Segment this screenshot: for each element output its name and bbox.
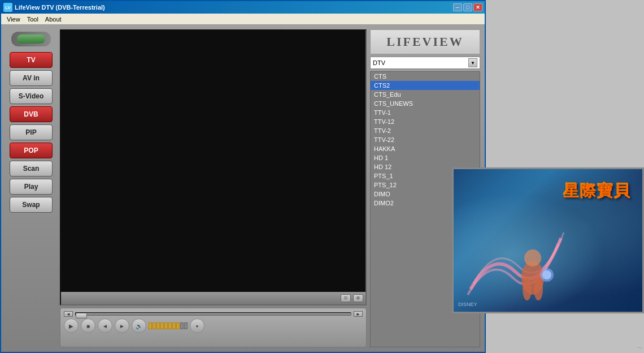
center-area: ⊡ ⊞ ◄ ► ▶ ■ ◄ ► <box>60 29 367 347</box>
channel-item-hakka[interactable]: HAKKA <box>371 144 480 153</box>
seek-forward-arrow[interactable]: ► <box>354 311 363 317</box>
record-button[interactable]: ● <box>190 318 204 333</box>
svg-point-1 <box>524 249 541 266</box>
pip-content: 星際寶貝 DISNEY <box>454 169 642 312</box>
window-title: LifeView DTV (DVB-Terrestrial) <box>15 4 105 11</box>
vol-seg-7 <box>172 322 176 329</box>
seek-thumb[interactable] <box>76 313 87 318</box>
vol-seg-5 <box>164 322 168 329</box>
channel-item-cts-unews[interactable]: CTS_UNEWS <box>371 99 480 108</box>
tv-button[interactable]: TV <box>10 52 53 68</box>
main-window: LV LifeView DTV (DVB-Terrestrial) ─ □ ✕ … <box>0 0 486 353</box>
pip-title-text: 星際寶貝 <box>563 180 631 202</box>
dropdown-value: DTV <box>373 59 385 66</box>
play-transport-button[interactable]: ▶ <box>64 318 79 333</box>
pip-button[interactable]: PIP <box>10 124 53 140</box>
video-controls-bar: ⊡ ⊞ <box>61 292 365 304</box>
vol-seg-10 <box>184 322 188 329</box>
av-in-button[interactable]: AV in <box>10 70 53 86</box>
left-panel: TV AV in S-Video DVB PIP POP Scan Play S… <box>6 29 56 347</box>
scan-button[interactable]: Scan <box>10 161 53 176</box>
button-group: TV AV in S-Video DVB PIP POP Scan Play S… <box>10 52 53 213</box>
channel-item-hd1[interactable]: HD 1 <box>371 153 480 162</box>
svg-point-2 <box>523 278 532 300</box>
menu-bar: View Tool About <box>1 14 485 25</box>
close-button[interactable]: ✕ <box>473 3 482 11</box>
prev-transport-button[interactable]: ◄ <box>98 318 112 333</box>
menu-tool[interactable]: Tool <box>24 15 42 24</box>
channel-item-ttv22[interactable]: TTV-22 <box>371 135 480 144</box>
s-video-button[interactable]: S-Video <box>10 88 53 104</box>
lifeview-header: LIFEVIEW <box>370 29 480 54</box>
logo-area <box>11 32 51 46</box>
video-screen[interactable] <box>61 31 365 292</box>
vol-seg-3 <box>156 322 160 329</box>
app-icon: LV <box>3 3 12 12</box>
title-buttons: ─ □ ✕ <box>453 3 482 11</box>
vol-seg-6 <box>168 322 172 329</box>
channel-item-cts[interactable]: CTS <box>371 72 480 81</box>
resize-handle[interactable]: ··· <box>637 345 642 351</box>
channel-item-ttv2[interactable]: TTV-2 <box>371 126 480 135</box>
transport-buttons: ▶ ■ ◄ ► 🔊 <box>64 318 363 333</box>
pip-logo: DISNEY <box>458 302 477 307</box>
vol-seg-8 <box>176 322 180 329</box>
vol-seg-4 <box>160 322 164 329</box>
channel-item-ttv1[interactable]: TTV-1 <box>371 108 480 117</box>
volume-bar <box>149 322 188 329</box>
volume-button[interactable]: 🔊 <box>132 318 146 333</box>
vol-seg-9 <box>180 322 184 329</box>
minimize-button[interactable]: ─ <box>453 3 462 11</box>
main-content: TV AV in S-Video DVB PIP POP Scan Play S… <box>1 25 485 352</box>
channel-item-ttv12[interactable]: TTV-12 <box>371 117 480 126</box>
menu-view[interactable]: View <box>3 15 24 24</box>
menu-about[interactable]: About <box>42 15 65 24</box>
seek-back-arrow[interactable]: ◄ <box>64 311 73 317</box>
dropdown-arrow-icon[interactable]: ▼ <box>468 58 477 67</box>
pip-thumbnail[interactable]: 星際寶貝 DISNEY <box>452 167 644 313</box>
swap-button[interactable]: Swap <box>10 197 53 213</box>
next-transport-button[interactable]: ► <box>115 318 129 333</box>
transport-area: ◄ ► ▶ ■ ◄ ► 🔊 <box>60 308 367 347</box>
svg-point-3 <box>534 278 543 300</box>
maximize-button[interactable]: □ <box>463 3 472 11</box>
stop-transport-button[interactable]: ■ <box>81 318 95 333</box>
pop-button[interactable]: POP <box>10 143 53 158</box>
seek-track[interactable] <box>75 312 351 316</box>
channel-item-cts-edu[interactable]: CTS_Edu <box>371 90 480 99</box>
lifeview-brand: LIFEVIEW <box>386 35 463 49</box>
seek-bar: ◄ ► <box>64 311 363 317</box>
vol-seg-1 <box>149 322 152 329</box>
channel-dropdown[interactable]: DTV ▼ <box>370 57 480 69</box>
video-container: ⊡ ⊞ <box>60 29 367 305</box>
pip-waves-svg <box>459 216 572 300</box>
fullscreen-button[interactable]: ⊞ <box>353 294 363 302</box>
svg-point-5 <box>542 270 551 279</box>
title-bar: LV LifeView DTV (DVB-Terrestrial) ─ □ ✕ <box>1 1 485 14</box>
title-bar-left: LV LifeView DTV (DVB-Terrestrial) <box>3 3 105 12</box>
play-button[interactable]: Play <box>10 179 53 195</box>
vol-seg-2 <box>153 322 156 329</box>
channel-item-cts2[interactable]: CTS2 <box>371 81 480 90</box>
aspect-ratio-button[interactable]: ⊡ <box>341 294 351 302</box>
dvb-button[interactable]: DVB <box>10 106 53 122</box>
logo-oval <box>17 35 45 44</box>
